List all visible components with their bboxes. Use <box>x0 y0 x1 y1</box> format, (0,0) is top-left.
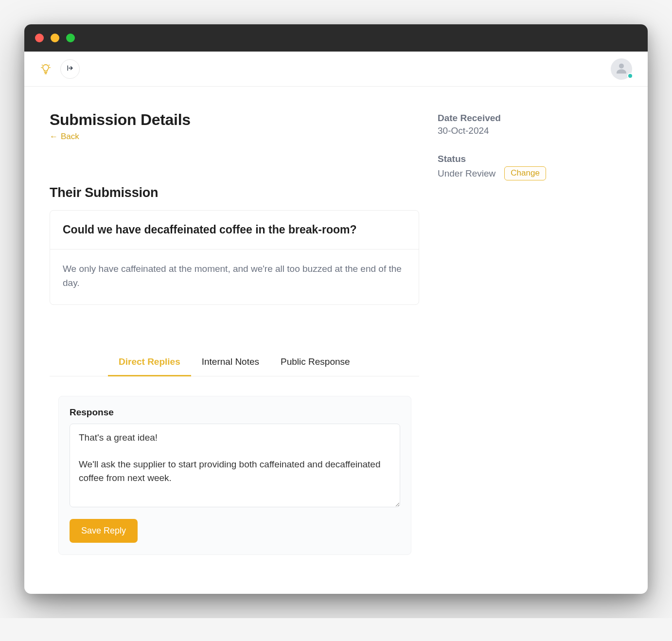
response-label: Response <box>70 407 400 418</box>
tab-direct-replies[interactable]: Direct Replies <box>108 349 191 376</box>
user-menu[interactable] <box>611 58 632 80</box>
back-link-label: Back <box>61 132 79 142</box>
status-label: Status <box>438 154 598 164</box>
window-titlebar <box>24 24 648 52</box>
window-close-dot[interactable] <box>35 34 44 42</box>
arrow-left-icon: ← <box>50 132 58 142</box>
save-reply-button[interactable]: Save Reply <box>70 519 138 543</box>
topbar-left-group <box>40 59 80 79</box>
response-textarea[interactable] <box>70 424 400 507</box>
lightbulb-icon <box>40 63 52 75</box>
submission-title: Could we have decaffeinated coffee in th… <box>50 211 419 249</box>
page-content: Submission Details ← Back Their Submissi… <box>24 87 648 594</box>
presence-indicator <box>627 73 633 79</box>
meta-status: Status Under Review Change <box>438 154 598 180</box>
back-link[interactable]: ← Back <box>50 132 79 142</box>
app-window: Submission Details ← Back Their Submissi… <box>24 24 648 594</box>
sidebar-expand-icon <box>66 64 74 73</box>
their-submission-heading: Their Submission <box>50 185 419 200</box>
side-column: Date Received 30-Oct-2024 Status Under R… <box>438 111 598 180</box>
svg-line-5 <box>49 65 49 65</box>
main-column: Submission Details ← Back Their Submissi… <box>50 111 419 555</box>
avatar-placeholder-icon <box>614 61 629 77</box>
status-value: Under Review <box>438 168 495 179</box>
svg-line-4 <box>42 65 42 65</box>
change-status-button[interactable]: Change <box>504 166 546 180</box>
page-title: Submission Details <box>50 111 419 129</box>
date-received-value: 30-Oct-2024 <box>438 125 598 136</box>
submission-card: Could we have decaffeinated coffee in th… <box>50 210 419 305</box>
meta-date-received: Date Received 30-Oct-2024 <box>438 113 598 136</box>
tab-internal-notes[interactable]: Internal Notes <box>191 349 270 376</box>
window-zoom-dot[interactable] <box>66 34 75 42</box>
top-navbar <box>24 52 648 87</box>
date-received-label: Date Received <box>438 113 598 124</box>
submission-body: We only have caffeinated at the moment, … <box>50 249 419 304</box>
sidebar-toggle-button[interactable] <box>60 59 80 79</box>
status-row: Under Review Change <box>438 166 598 180</box>
tab-public-response[interactable]: Public Response <box>270 349 361 376</box>
window-minimize-dot[interactable] <box>51 34 59 42</box>
response-panel: Response Save Reply <box>58 396 411 555</box>
svg-point-8 <box>619 63 624 68</box>
response-tabs: Direct Replies Internal Notes Public Res… <box>50 349 419 376</box>
